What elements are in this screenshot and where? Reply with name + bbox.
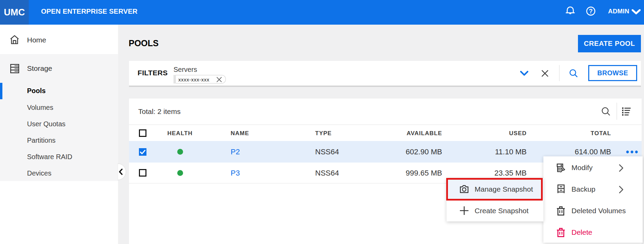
svg-text:?: ? — [589, 8, 593, 15]
